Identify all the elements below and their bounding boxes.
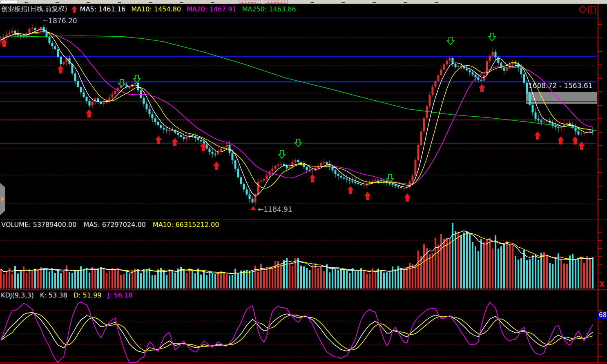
stock-app-window: { "ui": { "title": { "symbol": "创业板指(日线.… bbox=[0, 0, 607, 364]
volume-panel-header: VOLUME: 53789400.00 MA5: 67297024.00 MA1… bbox=[1, 221, 219, 229]
panel-close-button[interactable]: X bbox=[599, 280, 605, 289]
volume-value: VOLUME: 53789400.00 bbox=[1, 221, 76, 229]
volume-ma10: MA10: 66315212.00 bbox=[153, 221, 219, 229]
peak-price-label: ~1876.20 bbox=[42, 17, 77, 25]
gap-range-label: 1608.72 - 1563.61 bbox=[528, 82, 593, 90]
kdj-name: KDJ(9,3,3) bbox=[1, 291, 34, 299]
kdj-d: D: 51.99 bbox=[74, 291, 102, 299]
sidebar-expand-handle[interactable] bbox=[0, 183, 5, 215]
low-price-label: ←1184.91 bbox=[258, 205, 292, 213]
kdj-panel-header: KDJ(9,3,3) K: 53.38 D: 51.99 J: 56.18 bbox=[1, 291, 132, 299]
kdj-k: K: 53.38 bbox=[40, 291, 67, 299]
volume-ma5: MA5: 67297024.00 bbox=[83, 221, 145, 229]
chart-canvas[interactable] bbox=[0, 0, 607, 364]
expand-arrow-icon bbox=[1, 196, 4, 202]
kdj-j: J: 56.18 bbox=[107, 291, 132, 299]
kdj-axis-value-badge: 68 bbox=[598, 311, 607, 319]
